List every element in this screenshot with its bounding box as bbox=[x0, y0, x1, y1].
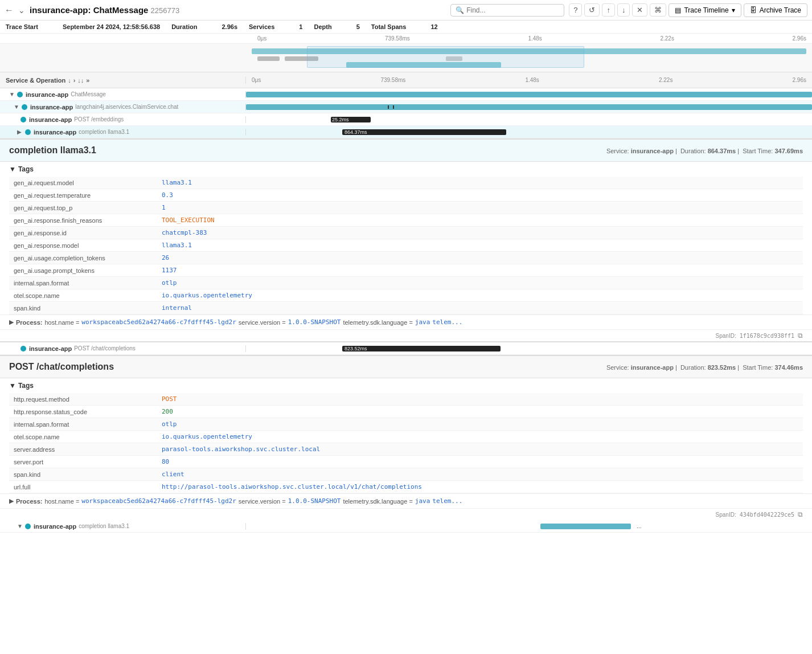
service-name-child1: insurance-app bbox=[30, 104, 73, 111]
service-dot-comp bbox=[25, 129, 31, 135]
trace-start-label: Trace Start bbox=[6, 23, 38, 30]
span-bar-post: 823.52ms bbox=[342, 346, 501, 351]
search-input[interactable] bbox=[466, 6, 557, 14]
detail-completion-title: completion llama3.1 bbox=[9, 145, 96, 156]
copy-spanid-post[interactable]: ⧉ bbox=[798, 510, 803, 518]
service-dot-emb bbox=[20, 117, 26, 122]
span-bar-child1 bbox=[246, 104, 812, 110]
sort-next-icon[interactable]: › bbox=[73, 77, 76, 84]
collapse-completion[interactable]: ▶ bbox=[17, 129, 25, 135]
process-toggle[interactable]: ▶ bbox=[9, 318, 14, 326]
service-op-root: ChatMessage bbox=[71, 91, 106, 97]
timeline-icon: ▤ bbox=[675, 6, 681, 14]
archive-trace-button[interactable]: 🗄 Archive Trace bbox=[744, 3, 807, 17]
spanid-row-post: SpanID: 434bfd4042229ce5 ⧉ bbox=[0, 508, 812, 520]
toolbar: ? ↺ ↑ ↓ ✕ ⌘ ▤ Trace Timeline ▾ 🗄 Archive… bbox=[569, 3, 807, 17]
service-row-post[interactable]: insurance-app POST /chat/completions 823… bbox=[0, 342, 812, 355]
service-name-post: insurance-app bbox=[29, 345, 72, 352]
trace-timeline-button[interactable]: ▤ Trace Timeline ▾ bbox=[669, 3, 741, 17]
span-bar-more bbox=[540, 524, 631, 529]
depth-label: Depth bbox=[314, 23, 331, 30]
ruler-3: 2.22s bbox=[660, 35, 674, 42]
collapse-more[interactable]: ▼ bbox=[17, 523, 25, 529]
service-dot-more bbox=[25, 524, 31, 529]
service-row-embeddings[interactable]: insurance-app POST /embeddings 25.2ms bbox=[0, 113, 812, 126]
cmd-button[interactable]: ⌘ bbox=[650, 3, 666, 17]
sort-last-icon[interactable]: » bbox=[86, 77, 89, 84]
sort-asc-icon[interactable]: ↓ bbox=[68, 77, 71, 84]
detail-completion: completion llama3.1 Service: insurance-a… bbox=[0, 138, 812, 342]
trace-info-bar: Trace Start September 24 2024, 12:58:56.… bbox=[0, 21, 812, 34]
span-bar-root bbox=[246, 92, 812, 97]
ruler-2: 1.48s bbox=[528, 35, 542, 42]
tags-table-completion: gen_ai.request.modelllama3.1 gen_ai.requ… bbox=[9, 177, 803, 314]
page-title: insurance-app: ChatMessage 2256773 bbox=[30, 5, 446, 15]
ruler-4: 2.96s bbox=[793, 35, 806, 42]
total-spans-value: 12 bbox=[430, 23, 437, 30]
breadcrumb-chevron[interactable]: ⌄ bbox=[18, 6, 25, 15]
tags-toggle-completion[interactable]: ▼ Tags bbox=[9, 162, 803, 177]
service-col-header: Service & Operation ↓ › ↓↓ » bbox=[0, 77, 246, 84]
point2 bbox=[393, 105, 394, 109]
process-row-completion: ▶ Process: host.name = workspaceabc5ed62… bbox=[0, 314, 812, 329]
url-full-link[interactable]: http://parasol-tools.aiworkshop.svc.clus… bbox=[162, 483, 422, 490]
prev-button[interactable]: ↑ bbox=[602, 3, 615, 17]
archive-icon: 🗄 bbox=[750, 6, 757, 14]
duration-value: 2.96s bbox=[222, 23, 237, 30]
refresh-button[interactable]: ↺ bbox=[584, 3, 600, 17]
tags-chevron-post: ▼ bbox=[9, 382, 16, 390]
service-op-post: POST /chat/completions bbox=[74, 345, 136, 351]
tags-section-completion: ▼ Tags gen_ai.request.modelllama3.1 gen_… bbox=[0, 162, 812, 314]
tags-table-post: http.request.methodPOST http.response.st… bbox=[9, 393, 803, 493]
service-dot-post bbox=[20, 346, 26, 351]
service-dot-child1 bbox=[22, 104, 27, 110]
service-name-root: insurance-app bbox=[26, 91, 68, 98]
collapse-root[interactable]: ▼ bbox=[9, 91, 17, 97]
service-row-completion[interactable]: ▶ insurance-app completion llama3.1 864.… bbox=[0, 126, 812, 138]
copy-spanid-completion[interactable]: ⧉ bbox=[798, 332, 803, 340]
dropdown-icon: ▾ bbox=[732, 6, 735, 14]
total-spans-label: Total Spans bbox=[371, 23, 407, 30]
ruler-0: 0μs bbox=[257, 35, 266, 42]
span-label-emb: 25.2ms bbox=[331, 117, 349, 122]
service-op-child1: langchain4j.aiservices.ClaimService.chat bbox=[75, 104, 178, 110]
timeline-col-header: 0μs 739.58ms 1.48s 2.22s 2.96s bbox=[246, 77, 812, 83]
span-bar-comp: 864.37ms bbox=[342, 129, 506, 135]
process-row-post: ▶ Process: host.name = workspaceabc5ed62… bbox=[0, 493, 812, 508]
service-name-comp: insurance-app bbox=[34, 129, 76, 136]
collapse-child1[interactable]: ▼ bbox=[14, 104, 22, 110]
detail-completion-header: completion llama3.1 Service: insurance-a… bbox=[0, 140, 812, 162]
back-button[interactable]: ← bbox=[5, 5, 14, 15]
service-op-emb: POST /embeddings bbox=[74, 116, 124, 122]
sort-desc-icon[interactable]: ↓↓ bbox=[77, 77, 84, 84]
column-headers: Service & Operation ↓ › ↓↓ » 0μs 739.58m… bbox=[0, 72, 812, 88]
search-box: 🔍 bbox=[450, 4, 564, 17]
help-button[interactable]: ? bbox=[569, 3, 582, 17]
service-name-emb: insurance-app bbox=[29, 116, 72, 123]
detail-completion-meta: Service: insurance-app | Duration: 864.3… bbox=[606, 148, 803, 154]
process-toggle-post[interactable]: ▶ bbox=[9, 497, 14, 505]
service-row-root[interactable]: ▼ insurance-app ChatMessage bbox=[0, 88, 812, 101]
next-button[interactable]: ↓ bbox=[617, 3, 630, 17]
service-op-more: completion llama3.1 bbox=[79, 523, 129, 529]
depth-value: 5 bbox=[356, 23, 360, 30]
service-name-more: insurance-app bbox=[34, 523, 76, 530]
main-area: ▼ insurance-app ChatMessage ▼ insurance-… bbox=[0, 88, 812, 645]
duration-label: Duration bbox=[171, 23, 197, 30]
close-button[interactable]: ✕ bbox=[632, 3, 647, 17]
service-row-child1[interactable]: ▼ insurance-app langchain4j.aiservices.C… bbox=[0, 101, 812, 113]
span-bar-emb: 25.2ms bbox=[331, 117, 371, 122]
detail-post-meta: Service: insurance-app | Duration: 823.5… bbox=[606, 364, 803, 371]
trace-start-value: September 24 2024, 12:58:56.638 bbox=[63, 23, 160, 30]
mini-timeline bbox=[0, 44, 812, 72]
ruler-1: 739.58ms bbox=[385, 35, 410, 42]
services-label: Services bbox=[249, 23, 274, 30]
service-row-more[interactable]: ▼ insurance-app completion llama3.1 … bbox=[0, 520, 812, 533]
span-label-comp: 864.37ms bbox=[342, 129, 367, 135]
search-icon: 🔍 bbox=[456, 6, 464, 14]
spanid-row-completion: SpanID: 1f1678c9cd938ff1 ⧉ bbox=[0, 329, 812, 341]
tags-section-post: ▼ Tags http.request.methodPOST http.resp… bbox=[0, 378, 812, 493]
point1 bbox=[388, 105, 389, 109]
tags-toggle-post[interactable]: ▼ Tags bbox=[9, 378, 803, 393]
service-op-comp: completion llama3.1 bbox=[79, 129, 129, 135]
